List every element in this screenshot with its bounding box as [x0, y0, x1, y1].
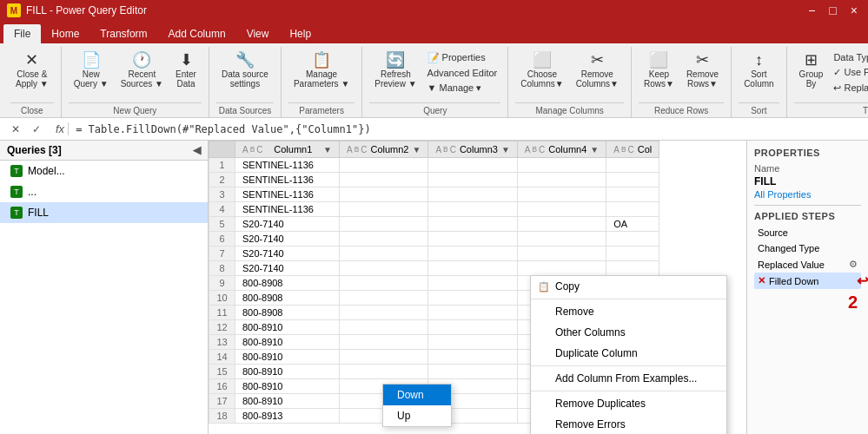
ribbon-group-new-query: 📄 NewQuery ▼ 🕐 RecentSources ▼ ⬇ EnterDa… [62, 47, 209, 117]
tab-home[interactable]: Home [41, 24, 89, 43]
choose-columns-button[interactable]: ⬜ ChooseColumns▼ [515, 50, 568, 90]
minimize-button[interactable]: − [805, 3, 818, 17]
enter-data-icon: ⬇ [180, 52, 193, 68]
table-row: 3SENTINEL-1136 [209, 187, 659, 202]
tab-help[interactable]: Help [279, 24, 321, 43]
table-row: 4SENTINEL-1136 [209, 202, 659, 217]
step-changed-type[interactable]: Changed Type [754, 240, 861, 256]
group-by-button[interactable]: ⊞ GroupBy [794, 50, 829, 90]
table-row: 7S20-7140 [209, 247, 659, 261]
window-controls: − □ × [805, 3, 861, 17]
refresh-preview-button[interactable]: 🔄 RefreshPreview ▼ [369, 50, 421, 90]
ribbon-group-close-label: Close [10, 102, 54, 117]
query-fill-label: FILL [28, 207, 49, 219]
name-value: FILL [754, 174, 861, 189]
tab-transform[interactable]: Transform [89, 24, 157, 43]
tab-add-column[interactable]: Add Column [158, 24, 236, 43]
maximize-button[interactable]: □ [825, 3, 839, 17]
formula-bar: ✕ ✓ fx = Table.FillDown(#"Replaced Value… [0, 118, 868, 141]
sort-column-button[interactable]: ↕ SortColumn [739, 50, 779, 90]
recent-sources-button[interactable]: 🕐 RecentSources ▼ [116, 50, 169, 90]
manage-button[interactable]: ▼ Manage ▾ [424, 81, 501, 95]
app-icon: M [7, 3, 21, 17]
queries-panel: Queries [3] ◀ T Model... T ... T FILL [0, 141, 209, 434]
ribbon-group-query-label: Query [369, 102, 500, 117]
table-row: 8S20-7140 [209, 261, 659, 276]
col3-filter[interactable]: ▼ [501, 145, 510, 155]
table-row: 6S20-7140 [209, 232, 659, 247]
keep-rows-button[interactable]: ⬜ KeepRows▼ [639, 50, 679, 90]
step-changed-type-label: Changed Type [758, 243, 858, 253]
ctx-remove-errors[interactable]: Remove Errors [531, 414, 726, 434]
queries-collapse-button[interactable]: ◀ [193, 144, 201, 156]
properties-button[interactable]: 📝 Properties [424, 50, 501, 65]
ctx-duplicate-column[interactable]: Duplicate Column [531, 343, 726, 364]
table-row: 5S20-7140OA [209, 217, 659, 232]
choose-columns-label: ChooseColumns▼ [520, 69, 563, 89]
manage-parameters-icon: 📋 [312, 52, 331, 68]
keep-rows-icon: ⬜ [649, 52, 668, 68]
copy-icon: 📋 [536, 281, 552, 293]
formula-confirm-button[interactable]: ✓ [28, 121, 45, 138]
query-2-icon: T [10, 186, 23, 198]
data-area[interactable]: ABC Column1 ▼ ABC Column2 ▼ [209, 141, 746, 434]
query-item-2[interactable]: T ... [0, 181, 208, 202]
advanced-editor-button[interactable]: Advanced Editor [424, 66, 501, 80]
col4-filter[interactable]: ▼ [590, 145, 599, 155]
first-row-headers-button[interactable]: ✓ Use First Row as Headers ▼ [830, 65, 868, 80]
query-item-fill[interactable]: T FILL [0, 202, 208, 223]
step-replaced-value[interactable]: Replaced Value ⚙ [754, 256, 861, 273]
tab-file[interactable]: File [3, 24, 41, 43]
replace-values-button[interactable]: ↩ Replace Values [830, 81, 868, 95]
col-header-5[interactable]: ABC Col [606, 141, 659, 158]
col2-filter[interactable]: ▼ [413, 145, 421, 155]
remove-columns-button[interactable]: ✂ RemoveColumns▼ [571, 50, 624, 90]
ctx-remove[interactable]: Remove [531, 301, 726, 322]
col-type-badge-3: ABC [435, 145, 455, 155]
remove-columns-label: RemoveColumns▼ [576, 69, 619, 89]
ctx-sep-1 [531, 299, 726, 299]
ribbon-group-sort-label: Sort [739, 102, 779, 117]
data-type-button[interactable]: Data Type: Text ▼ [830, 50, 868, 64]
ctx-remove-duplicates[interactable]: Remove Duplicates [531, 393, 726, 414]
query-col: 📝 Properties Advanced Editor ▼ Manage ▾ [424, 50, 501, 95]
fill-down-item[interactable]: Down [383, 385, 451, 405]
ctx-copy[interactable]: 📋 Copy [531, 276, 726, 297]
col-header-1[interactable]: ABC Column1 ▼ [235, 141, 340, 158]
ctx-sep-3 [531, 391, 726, 391]
step-source[interactable]: Source [754, 225, 861, 240]
formula-cancel-button[interactable]: ✕ [7, 121, 24, 138]
remove-rows-icon: ✂ [696, 52, 709, 68]
transform-col: Data Type: Text ▼ ✓ Use First Row as Hea… [830, 50, 868, 95]
query-item-model[interactable]: T Model... [0, 161, 208, 181]
step-filled-down[interactable]: ✕ Filled Down ↩ [754, 273, 861, 289]
step-filled-down-delete[interactable]: ✕ [758, 275, 765, 286]
ribbon: ✕ Close &Apply ▼ Close 📄 NewQuery ▼ 🕐 Re… [0, 43, 868, 118]
remove-rows-button[interactable]: ✂ RemoveRows▼ [681, 50, 724, 90]
new-query-button[interactable]: 📄 NewQuery ▼ [69, 50, 114, 90]
col-header-3[interactable]: ABC Column3 ▼ [428, 141, 517, 158]
ctx-remove-other-cols[interactable]: Other Columns [531, 322, 726, 343]
ctx-add-col-examples[interactable]: Add Column From Examples... [531, 368, 726, 389]
enter-data-button[interactable]: ⬇ EnterData [170, 50, 202, 90]
new-query-label: NewQuery ▼ [74, 69, 109, 89]
ribbon-group-data-sources-label: Data Sources [216, 102, 274, 117]
col1-filter[interactable]: ▼ [323, 145, 332, 155]
ribbon-group-reduce-rows: ⬜ KeepRows▼ ✂ RemoveRows▼ Reduce Rows [632, 47, 732, 117]
close-apply-button[interactable]: ✕ Close &Apply ▼ [10, 50, 54, 90]
table-row: 2SENTINEL-1136 [209, 173, 659, 187]
close-button[interactable]: × [847, 3, 861, 17]
col-header-2[interactable]: ABC Column2 ▼ [340, 141, 428, 158]
fill-up-item[interactable]: Up [383, 405, 451, 426]
data-source-settings-label: Data sourcesettings [222, 69, 268, 89]
ribbon-group-transform-label: Transform [794, 102, 868, 117]
formula-input[interactable]: = Table.FillDown(#"Replaced Value",{"Col… [76, 123, 861, 135]
col-header-4[interactable]: ABC Column4 ▼ [517, 141, 606, 158]
col-type-badge-5: ABC [613, 145, 633, 155]
tab-view[interactable]: View [236, 24, 280, 43]
manage-parameters-button[interactable]: 📋 ManageParameters ▼ [288, 50, 354, 90]
col1-label: Column1 [274, 144, 312, 155]
step-replaced-value-gear[interactable]: ⚙ [849, 259, 858, 270]
data-source-settings-button[interactable]: 🔧 Data sourcesettings [216, 50, 274, 90]
all-properties-link[interactable]: All Properties [754, 189, 861, 200]
